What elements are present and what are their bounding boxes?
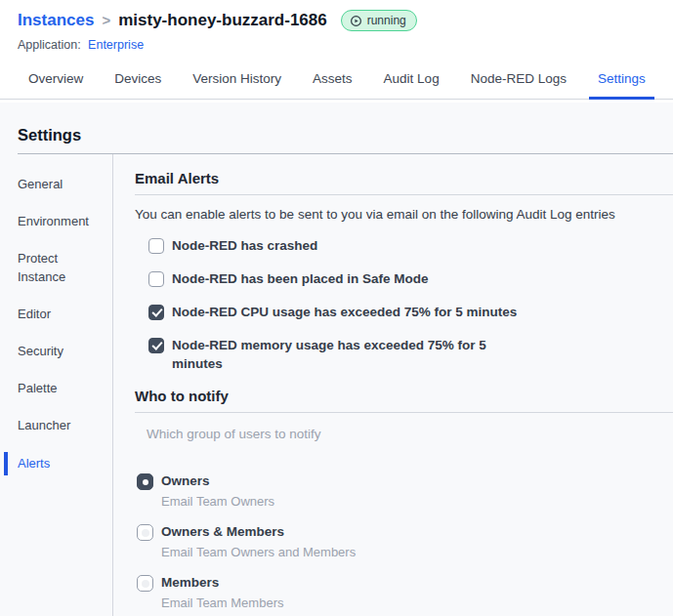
- alert-option-row: Node-RED has been placed in Safe Mode: [148, 270, 673, 289]
- tab-assets[interactable]: Assets: [308, 67, 358, 99]
- notify-option-row: OwnersEmail Team Owners: [137, 472, 673, 509]
- tab-node-red-logs[interactable]: Node-RED Logs: [466, 67, 571, 99]
- checkbox-node-red-memory-usage-has-exceeded-75-for-5-minutes[interactable]: [148, 338, 164, 353]
- sidebar-item-protect-instance[interactable]: Protect Instance: [0, 240, 112, 295]
- email-alerts-divider: [135, 194, 673, 195]
- who-to-notify-title: Who to notify: [135, 388, 673, 404]
- tab-devices[interactable]: Devices: [109, 67, 166, 99]
- instance-tabs: OverviewDevicesVersion HistoryAssetsAudi…: [0, 67, 673, 100]
- notify-option-label: Members: [161, 574, 283, 593]
- sidebar-item-security[interactable]: Security: [0, 333, 112, 370]
- notify-option-sublabel: Email Team Owners and Members: [161, 545, 356, 559]
- notify-options: OwnersEmail Team OwnersOwners & MembersE…: [137, 472, 673, 610]
- who-to-notify-section: Who to notify Which group of users to no…: [135, 388, 673, 610]
- checkbox-node-red-has-been-placed-in-safe-mode[interactable]: [148, 271, 164, 287]
- email-alert-options: Node-RED has crashedNode-RED has been pl…: [148, 237, 673, 373]
- who-to-notify-hint: Which group of users to notify: [147, 427, 673, 441]
- sidebar-item-alerts[interactable]: Alerts: [0, 445, 112, 482]
- email-alerts-description: You can enable alerts to be sent to you …: [135, 207, 673, 222]
- who-to-notify-divider: [135, 412, 673, 413]
- checkbox-label: Node-RED has been placed in Safe Mode: [172, 270, 429, 289]
- checkbox-node-red-cpu-usage-has-exceeded-75-for-5-minutes[interactable]: [148, 305, 164, 320]
- notify-option-sublabel: Email Team Members: [161, 595, 283, 610]
- radio-members[interactable]: [137, 575, 153, 592]
- radio-owners-members[interactable]: [137, 524, 153, 541]
- alert-option-row: Node-RED has crashed: [148, 237, 673, 256]
- application-link[interactable]: Enterprise: [88, 38, 144, 52]
- sidebar-item-environment[interactable]: Environment: [0, 203, 112, 240]
- settings-page-title: Settings: [18, 126, 673, 144]
- page-header: Instances > misty-honey-buzzard-1686 run…: [0, 0, 673, 52]
- checkbox-label: Node-RED memory usage has exceeded 75% f…: [172, 337, 528, 374]
- breadcrumb-instances-link[interactable]: Instances: [18, 11, 94, 30]
- sidebar-item-editor[interactable]: Editor: [0, 296, 112, 333]
- checkbox-node-red-has-crashed[interactable]: [148, 238, 164, 254]
- notify-option-row: MembersEmail Team Members: [137, 574, 673, 610]
- notify-option-label: Owners & Members: [161, 523, 356, 542]
- email-alerts-title: Email Alerts: [135, 170, 673, 186]
- settings-content: Settings GeneralEnvironmentProtect Insta…: [0, 103, 673, 616]
- application-row: Application: Enterprise: [18, 38, 659, 52]
- notify-option-sublabel: Email Team Owners: [161, 494, 274, 509]
- tab-overview[interactable]: Overview: [23, 67, 88, 99]
- email-alerts-section: Email Alerts You can enable alerts to be…: [135, 170, 673, 373]
- application-label: Application:: [18, 38, 81, 52]
- chevron-right-icon: >: [102, 12, 110, 28]
- sidebar-item-launcher[interactable]: Launcher: [0, 407, 112, 444]
- alert-option-row: Node-RED CPU usage has exceeded 75% for …: [148, 304, 673, 322]
- notify-option-row: Owners & MembersEmail Team Owners and Me…: [137, 523, 673, 559]
- breadcrumb: Instances > misty-honey-buzzard-1686: [18, 11, 327, 30]
- alert-option-row: Node-RED memory usage has exceeded 75% f…: [148, 337, 673, 374]
- instance-name: misty-honey-buzzard-1686: [118, 11, 327, 30]
- breadcrumb-row: Instances > misty-honey-buzzard-1686 run…: [18, 10, 659, 31]
- notify-option-text: OwnersEmail Team Owners: [161, 472, 274, 509]
- sidebar-item-general[interactable]: General: [0, 166, 112, 203]
- checkbox-label: Node-RED CPU usage has exceeded 75% for …: [172, 304, 517, 322]
- play-circle-icon: [350, 15, 362, 27]
- settings-sidebar: GeneralEnvironmentProtect InstanceEditor…: [0, 154, 113, 616]
- sidebar-item-palette[interactable]: Palette: [0, 370, 112, 407]
- status-badge: running: [341, 10, 417, 31]
- notify-option-text: MembersEmail Team Members: [161, 574, 283, 610]
- settings-body: GeneralEnvironmentProtect InstanceEditor…: [0, 154, 673, 616]
- notify-option-text: Owners & MembersEmail Team Owners and Me…: [161, 523, 356, 559]
- notify-option-label: Owners: [161, 472, 274, 491]
- settings-main: Email Alerts You can enable alerts to be…: [113, 154, 673, 616]
- tab-version-history[interactable]: Version History: [188, 67, 286, 99]
- radio-owners[interactable]: [137, 473, 153, 490]
- tab-audit-log[interactable]: Audit Log: [379, 67, 444, 99]
- status-badge-label: running: [367, 14, 406, 27]
- instance-settings-page: Instances > misty-honey-buzzard-1686 run…: [0, 0, 673, 616]
- checkbox-label: Node-RED has crashed: [172, 237, 317, 256]
- tab-settings[interactable]: Settings: [593, 67, 651, 99]
